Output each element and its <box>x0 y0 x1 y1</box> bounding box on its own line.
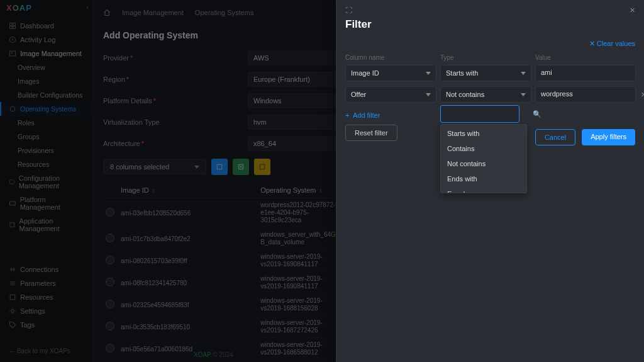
filter2-type-select[interactable]: Not contains <box>440 86 531 103</box>
chevron-down-icon <box>426 72 431 75</box>
chevron-down-icon <box>521 72 526 75</box>
chevron-down-icon <box>521 93 526 96</box>
dd-contains[interactable]: Contains <box>441 141 526 156</box>
close-icon[interactable]: ✕ <box>630 6 635 14</box>
filter-header-column: Column name <box>345 54 436 61</box>
dd-starts-with[interactable]: Starts with <box>441 126 526 141</box>
filter-panel: ⛶ ✕ Filter ✕ Clear values Column name Ty… <box>336 0 644 362</box>
filter2-column-select[interactable]: Offer <box>345 86 436 103</box>
dd-ends-with[interactable]: Ends with <box>441 171 526 186</box>
filter1-type-select[interactable]: Starts with <box>440 65 531 81</box>
add-filter-link[interactable]: + Add filter <box>345 111 380 119</box>
expand-icon[interactable]: ⛶ <box>345 6 352 14</box>
dd-equals[interactable]: Equals <box>441 186 526 193</box>
filter2-value-input[interactable]: wordpress <box>535 86 636 103</box>
clear-values-link[interactable]: ✕ Clear values <box>589 40 635 47</box>
filter-header-value: Value <box>535 54 636 61</box>
filter-header-type: Type <box>440 54 531 61</box>
reset-filter-button[interactable]: Reset filter <box>345 125 397 141</box>
filter2-remove-icon[interactable]: ✕ <box>640 91 644 99</box>
filter-type-dropdown: Starts with Contains Not contains Ends w… <box>440 124 527 193</box>
search-icon: 🔍 <box>533 110 541 118</box>
filter1-column-select[interactable]: Image ID <box>345 65 436 81</box>
chevron-down-icon <box>426 93 431 96</box>
cancel-button[interactable]: Cancel <box>535 129 575 145</box>
dd-not-contains[interactable]: Not contains <box>441 156 526 171</box>
filter-type-search-input[interactable]: 🔍 <box>440 105 519 123</box>
filter1-value-input[interactable]: ami <box>535 65 636 81</box>
apply-filters-button[interactable]: Apply filters <box>582 129 635 145</box>
filter-title: Filter <box>336 14 644 40</box>
